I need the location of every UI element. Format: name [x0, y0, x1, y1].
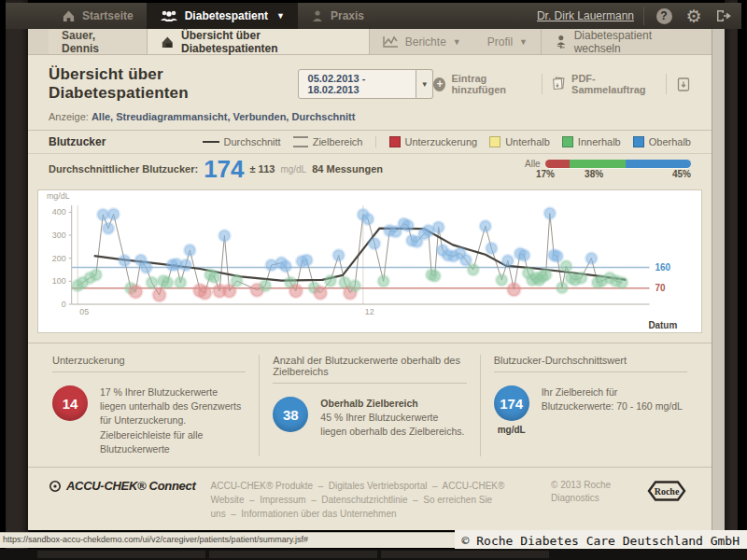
tab-patient-name[interactable]: Sauer, Dennis	[49, 29, 148, 54]
title-bar: Übersicht über Diabetespatienten 05.02.2…	[28, 55, 712, 111]
card-title: Anzahl der Blutzuckerwerte oberhalb des …	[273, 355, 466, 384]
pdf-batch-button[interactable]: PDF-Sammelauftrag	[551, 73, 656, 95]
distribution-label: Alle	[525, 159, 541, 169]
date-range-control[interactable]: 05.02.2013 - 18.02.2013 ▼	[298, 69, 434, 99]
divider	[542, 74, 543, 94]
unit-label: mg/dL	[280, 164, 306, 175]
watermark-copyright: © Roche Diabetes Care Deutschland GmbH	[455, 530, 747, 551]
footer-link[interactable]: ACCU-CHEK® Produkte	[211, 481, 329, 491]
nav-diabetespatient[interactable]: Diabetespatient ▼	[147, 3, 298, 29]
measurement-count: 84 Messungen	[312, 163, 383, 175]
above-swatch-icon	[633, 136, 644, 147]
high-count-badge: 38	[273, 397, 308, 432]
svg-text:100: 100	[52, 276, 66, 286]
chart-legend: Durchschnitt Zielbereich Unterzuckerung …	[203, 136, 691, 147]
svg-text:Datum: Datum	[648, 320, 677, 330]
display-option-verbunden[interactable]: Verbunden	[233, 111, 292, 122]
legend-durchschnitt: Durchschnitt	[203, 136, 281, 147]
target-range-icon	[293, 136, 308, 147]
window-bezel-left	[0, 0, 28, 560]
section-title: Blutzucker	[49, 135, 106, 148]
scrollbar[interactable]	[712, 28, 726, 532]
accu-chek-icon	[49, 480, 62, 493]
svg-text:70: 70	[655, 283, 665, 293]
chevron-down-icon: ▼	[519, 37, 528, 47]
legend-unterhalb: Unterhalb	[489, 136, 550, 147]
svg-text:300: 300	[52, 231, 66, 240]
taskbar	[0, 549, 747, 560]
help-button[interactable]: ?	[654, 6, 674, 26]
roche-logo: Roche	[642, 479, 691, 507]
nav-label: Diabetespatient	[185, 9, 268, 22]
chevron-down-icon: ▼	[453, 37, 461, 47]
footer-link[interactable]: Digitales Vertriebsportal	[329, 481, 443, 491]
average-label: Durchschnittlicher Blutzucker:	[49, 163, 198, 175]
display-options-row: Anzeige: AlleStreudiagrammansichtVerbund…	[28, 111, 712, 130]
window-bezel-right	[712, 0, 747, 560]
svg-text:400: 400	[52, 207, 66, 217]
divider	[643, 7, 644, 25]
page-title: Übersicht über Diabetespatienten	[49, 65, 281, 103]
practice-icon	[311, 9, 324, 22]
footer-link[interactable]: Datenschutzrichtlinie	[321, 495, 423, 505]
card-unterzuckerung: Unterzuckerung 14 17 % Ihrer Blutzuckerw…	[39, 355, 259, 456]
tab-profil[interactable]: Profil ▼	[474, 29, 541, 54]
display-option-durchschnitt[interactable]: Durchschnitt	[291, 111, 355, 122]
logout-button[interactable]	[713, 6, 734, 26]
card-oberhalb: Anzahl der Blutzuckerwerte oberhalb des …	[259, 355, 479, 456]
status-url: https://sandbox-accu-chekdemo.com/ui/v2/…	[3, 535, 308, 544]
tab-overview[interactable]: Übersicht über Diabetespatienten	[148, 29, 369, 54]
scatter-plot: 0100200300400mg/dL051216070Datum	[38, 190, 701, 332]
distribution-widget: Alle 17% 38% 45%	[525, 159, 691, 180]
current-user-link[interactable]: Dr. Dirk Lauermann	[537, 9, 634, 22]
legend-zielbereich: Zielbereich	[293, 136, 363, 147]
date-range-dropdown[interactable]: ▼	[416, 69, 434, 99]
svg-text:Roche: Roche	[655, 486, 680, 497]
average-badge: 174	[494, 385, 529, 421]
svg-text:12: 12	[365, 307, 374, 316]
card-title: Unterzuckerung	[52, 355, 246, 372]
card-durchschnittswert: Blutzucker-Durchschnittswert 174 mg/dL I…	[480, 355, 700, 456]
svg-text:160: 160	[655, 262, 670, 273]
legend-oberhalb: Oberhalb	[633, 136, 691, 147]
settings-button[interactable]: ⚙	[684, 6, 704, 26]
gear-icon: ⚙	[685, 7, 701, 25]
average-line-icon	[203, 141, 219, 143]
top-navbar: Startseite Diabetespatient ▼ Praxis Dr. …	[6, 3, 741, 29]
nav-startseite[interactable]: Startseite	[49, 3, 147, 29]
legend-innerhalb: Innerhalb	[562, 136, 621, 147]
distribution-segment-low	[545, 160, 571, 168]
pdf-stack-icon	[551, 76, 566, 92]
accu-chek-logo: ACCU-CHEK® Connect	[49, 479, 196, 493]
distribution-segment-high	[626, 160, 691, 168]
tab-bar: Sauer, Dennis Übersicht über Diabetespat…	[28, 29, 712, 55]
card-title: Blutzucker-Durchschnittswert	[494, 355, 687, 372]
switch-patient-button[interactable]: Diabetespatient wechseln	[541, 29, 712, 54]
export-page-button[interactable]	[676, 77, 691, 92]
std-dev: ± 113	[250, 163, 275, 175]
footer-link[interactable]: Informationen über das Unternehmen	[241, 509, 396, 519]
blood-glucose-chart[interactable]: 0100200300400mg/dL051216070Datum	[37, 189, 702, 333]
tab-berichte[interactable]: Berichte ▼	[370, 29, 474, 54]
display-option-streudiagramm[interactable]: Streudiagrammansicht	[116, 111, 233, 122]
section-header: Blutzucker Durchschnitt Zielbereich Unte…	[28, 130, 712, 153]
low-count-badge: 14	[52, 385, 88, 421]
below-swatch-icon	[489, 136, 500, 147]
card-link[interactable]: Zielbereichleiste für alle Blutzuckerwer…	[100, 428, 246, 456]
in-range-swatch-icon	[562, 136, 573, 147]
reports-chart-icon	[383, 35, 399, 48]
legend-unterzuckerung: Unterzuckerung	[389, 136, 478, 147]
page-footer: ACCU-CHEK® Connect ACCU-CHEK® ProdukteDi…	[28, 467, 712, 530]
date-range-value[interactable]: 05.02.2013 - 18.02.2013	[298, 69, 416, 99]
svg-text:200: 200	[52, 254, 66, 263]
display-option-alle[interactable]: Alle	[92, 111, 116, 122]
add-entry-button[interactable]: + Eintrag hinzufügen	[433, 73, 531, 95]
card-text: 17 % Ihrer Blutzuckerwerte liegen unterh…	[100, 385, 246, 428]
nav-praxis[interactable]: Praxis	[298, 3, 377, 29]
help-icon: ?	[656, 8, 672, 24]
plus-icon: +	[433, 77, 445, 91]
svg-text:05: 05	[79, 307, 89, 316]
nav-label: Startseite	[82, 9, 134, 22]
footer-link[interactable]: Impressum	[260, 495, 321, 505]
footer-copyright: © 2013 Roche Diagnostics	[551, 479, 627, 505]
